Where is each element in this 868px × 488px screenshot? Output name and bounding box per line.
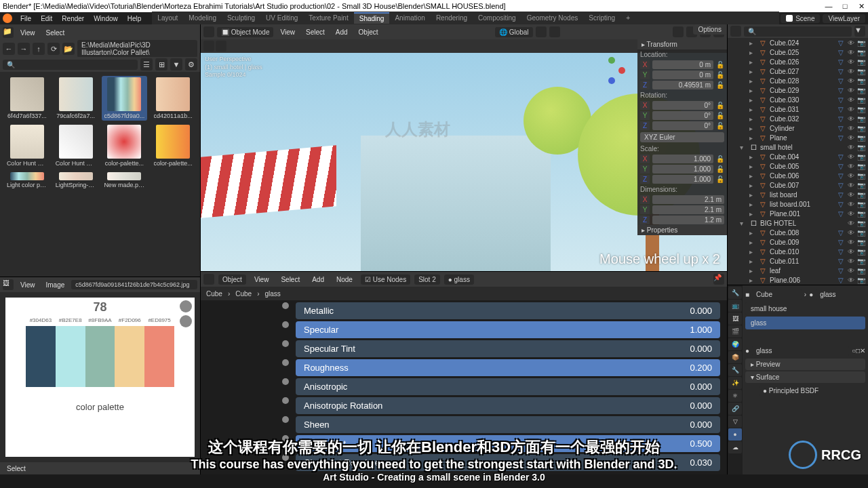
- outliner-item[interactable]: ▸▽Cube.005▽👁📷: [728, 161, 868, 171]
- annotate-tool-icon[interactable]: [180, 315, 192, 327]
- workspace-modeling[interactable]: Modeling: [183, 13, 222, 23]
- visibility-toggle-icon[interactable]: 👁: [848, 96, 856, 104]
- outliner-item[interactable]: ▸▽Cube.007▽👁📷: [728, 180, 868, 190]
- vp-menu-object[interactable]: Object: [355, 28, 382, 36]
- settings-icon[interactable]: ⚙: [185, 58, 197, 70]
- file-item[interactable]: 6f4d7a6f337...: [4, 76, 50, 121]
- outliner-item[interactable]: ▸▽Cube.008▽👁📷: [728, 228, 868, 237]
- rotation-z[interactable]: 0°: [652, 121, 713, 130]
- close-button[interactable]: ✕: [857, 2, 865, 11]
- iv-menu-view[interactable]: View: [16, 281, 39, 289]
- props-tab-texture[interactable]: ☁: [728, 441, 742, 453]
- rotation-mode-select[interactable]: XYZ Euler: [640, 132, 724, 142]
- tool-cursor-icon[interactable]: [203, 41, 214, 52]
- gizmo-x-axis[interactable]: [618, 67, 625, 74]
- visibility-toggle-icon[interactable]: 👁: [848, 87, 856, 94]
- outliner-item[interactable]: ▸▽Plane▽👁📷: [728, 133, 868, 142]
- render-toggle-icon[interactable]: 📷: [857, 182, 865, 189]
- workspace-shading[interactable]: Shading: [354, 12, 390, 24]
- render-toggle-icon[interactable]: 📷: [857, 58, 865, 66]
- outliner-item[interactable]: ▸▽Cube.025▽👁📷: [728, 47, 868, 57]
- disclosure-icon[interactable]: ▸: [749, 77, 756, 85]
- render-toggle-icon[interactable]: 📷: [857, 267, 865, 274]
- ne-menu-node[interactable]: Node: [332, 276, 357, 283]
- visibility-toggle-icon[interactable]: 👁: [848, 49, 856, 56]
- visibility-toggle-icon[interactable]: 👁: [848, 115, 856, 123]
- outliner-item[interactable]: ▸▽Cube.024▽👁📷: [728, 38, 868, 47]
- disclosure-icon[interactable]: ▸: [749, 39, 756, 47]
- image-filename[interactable]: c5d867fd9a091841f26b1de7b4c5c962.jpg: [71, 280, 197, 289]
- disclosure-icon[interactable]: ▸: [749, 182, 756, 189]
- disclosure-icon[interactable]: ▸: [749, 172, 756, 180]
- file-search-input[interactable]: 🔍: [3, 60, 138, 70]
- snap-icon[interactable]: [536, 26, 547, 37]
- file-path-input[interactable]: E:\Media\Media\Pic\3D Illustarton\Color …: [77, 40, 197, 58]
- visibility-toggle-icon[interactable]: 👁: [848, 58, 856, 66]
- iv-menu-image[interactable]: Image: [42, 281, 69, 289]
- disclosure-icon[interactable]: ▸: [749, 134, 756, 142]
- visibility-toggle-icon[interactable]: 👁: [848, 248, 856, 256]
- menu-file[interactable]: File: [16, 15, 35, 22]
- visibility-toggle-icon[interactable]: 👁: [848, 182, 856, 189]
- render-toggle-icon[interactable]: 📷: [857, 134, 865, 142]
- render-toggle-icon[interactable]: 📷: [857, 87, 865, 94]
- visibility-toggle-icon[interactable]: 👁: [848, 277, 856, 284]
- render-toggle-icon[interactable]: 📷: [857, 153, 865, 161]
- shader-property-row[interactable]: Specular Tint0.000: [296, 340, 720, 357]
- node-socket-icon[interactable]: [282, 321, 289, 328]
- shader-property-row[interactable]: Anisotropic Rotation0.000: [296, 397, 720, 414]
- outliner-item[interactable]: ▸▽Cube.029▽👁📷: [728, 85, 868, 95]
- dim-x[interactable]: 2.1 m: [652, 195, 724, 204]
- outliner-item[interactable]: ▸▽Cube.031▽👁📷: [728, 104, 868, 114]
- image-editor-icon[interactable]: 🖼: [3, 279, 14, 290]
- shader-property-row[interactable]: Sheen0.000: [296, 416, 720, 433]
- props-tab-physics[interactable]: ⚛: [728, 390, 742, 402]
- node-socket-icon[interactable]: [282, 340, 289, 347]
- scene-selector[interactable]: Scene: [781, 14, 820, 23]
- render-toggle-icon[interactable]: 📷: [857, 239, 865, 246]
- render-toggle-icon[interactable]: 📷: [857, 68, 865, 75]
- disclosure-icon[interactable]: ▸: [749, 267, 756, 274]
- visibility-toggle-icon[interactable]: 👁: [848, 191, 856, 199]
- workspace-sculpting[interactable]: Sculpting: [222, 13, 260, 23]
- nav-up-button[interactable]: ↑: [33, 43, 45, 55]
- workspace-texture-paint[interactable]: Texture Paint: [303, 13, 353, 23]
- props-tab-material[interactable]: ●: [728, 428, 742, 441]
- shader-editor-icon[interactable]: [203, 274, 214, 285]
- disclosure-icon[interactable]: ▸: [749, 229, 756, 237]
- node-socket-icon[interactable]: [282, 397, 289, 404]
- outliner-item[interactable]: ▸▽list board.001▽👁📷: [728, 199, 868, 209]
- lock-icon[interactable]: 🔓: [716, 176, 724, 183]
- outliner-item[interactable]: ▸▽leaf▽👁📷: [728, 266, 868, 275]
- outliner-search[interactable]: 🔍: [744, 26, 852, 37]
- lock-icon[interactable]: 🔓: [716, 165, 724, 173]
- render-toggle-icon[interactable]: 📷: [857, 277, 865, 284]
- lock-icon[interactable]: 🔓: [716, 122, 724, 129]
- shader-property-row[interactable]: Roughness0.200: [296, 359, 720, 376]
- location-y[interactable]: 0 m: [652, 70, 713, 79]
- visibility-toggle-icon[interactable]: 👁: [848, 163, 856, 170]
- breadcrumb-item[interactable]: Cube: [235, 290, 252, 298]
- visibility-toggle-icon[interactable]: 👁: [848, 106, 856, 113]
- ne-menu-view[interactable]: View: [250, 276, 273, 283]
- outliner-item[interactable]: ▸▽Cylinder▽👁📷: [728, 123, 868, 133]
- workspace-rendering[interactable]: Rendering: [431, 13, 473, 23]
- props-tab-particles[interactable]: ✨: [728, 377, 742, 389]
- viewport-options[interactable]: Options: [693, 24, 727, 35]
- render-toggle-icon[interactable]: 📷: [857, 210, 865, 218]
- location-x[interactable]: 0 m: [652, 60, 713, 69]
- surface-node-select[interactable]: ● Principled BSDF: [759, 386, 865, 396]
- disclosure-icon[interactable]: ▸: [749, 258, 756, 265]
- outliner-item[interactable]: ▸▽Plane.006▽👁📷: [728, 275, 868, 285]
- outliner-item[interactable]: ▸▽Plane.001▽👁📷: [728, 209, 868, 218]
- render-toggle-icon[interactable]: 📷: [857, 172, 865, 180]
- material-select[interactable]: ● glass: [444, 274, 474, 285]
- props-tab-constraints[interactable]: 🔗: [728, 403, 742, 415]
- workspace-geometry-nodes[interactable]: Geometry Nodes: [521, 13, 584, 23]
- visibility-toggle-icon[interactable]: 👁: [848, 201, 856, 208]
- disclosure-icon[interactable]: ▸: [749, 239, 756, 246]
- visibility-toggle-icon[interactable]: 👁: [848, 77, 856, 85]
- node-socket-icon[interactable]: [282, 302, 289, 309]
- shading-wireframe-icon[interactable]: [673, 26, 684, 37]
- surface-section[interactable]: ▾ Surface: [745, 371, 865, 383]
